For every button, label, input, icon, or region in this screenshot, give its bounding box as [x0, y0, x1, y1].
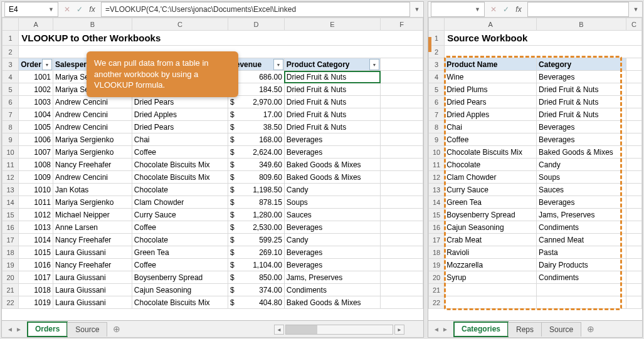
cell[interactable] — [381, 96, 423, 108]
row-header[interactable]: 22 — [429, 296, 445, 309]
cell-category[interactable]: Condiments — [537, 221, 626, 234]
cell-product[interactable]: Coffee — [132, 146, 228, 159]
cell-product[interactable]: Chocolate Biscuits Mix — [445, 146, 537, 159]
row-header[interactable]: 8 — [429, 121, 445, 133]
row-header[interactable]: 6 — [429, 96, 445, 108]
cell[interactable] — [381, 184, 423, 196]
row-header[interactable]: 16 — [429, 221, 445, 234]
cell[interactable] — [626, 221, 641, 234]
row-header[interactable]: 20 — [429, 271, 445, 284]
fx-icon[interactable]: fx — [513, 4, 524, 15]
cell-category[interactable]: Condiments — [284, 284, 380, 296]
col-header[interactable]: C — [626, 18, 641, 31]
cell[interactable] — [626, 271, 641, 284]
cell-category[interactable]: Beverages — [537, 71, 626, 83]
fx-icon[interactable]: fx — [87, 4, 98, 15]
cell-category[interactable]: Soups — [537, 171, 626, 184]
cell-product[interactable]: Coffee — [445, 133, 537, 146]
select-all-corner[interactable] — [429, 18, 445, 31]
cell-product[interactable]: Mozzarella — [445, 259, 537, 271]
row-header[interactable]: 19 — [3, 259, 19, 271]
cell[interactable] — [381, 271, 423, 284]
row-header[interactable]: 15 — [429, 209, 445, 221]
tab-nav[interactable]: ◄► — [6, 326, 23, 333]
cell-product[interactable]: Clam Chowder — [445, 171, 537, 184]
cell-category[interactable]: Condiments — [537, 271, 626, 284]
cell[interactable] — [381, 246, 423, 259]
row-header[interactable]: 17 — [3, 234, 19, 246]
table-header-order[interactable]: Order▼ — [19, 58, 53, 71]
cell-product[interactable]: Boysenberry Spread — [132, 271, 228, 284]
cell-product[interactable]: Cajun Seasoning — [445, 221, 537, 234]
cell-category[interactable]: Candy — [284, 184, 380, 196]
cell-salesperson[interactable]: Andrew Cencini — [53, 121, 132, 133]
row-header[interactable]: 3 — [3, 58, 19, 71]
cell-order[interactable]: 1016 — [19, 259, 53, 271]
col-header[interactable]: B — [53, 18, 132, 31]
cell[interactable] — [626, 71, 641, 83]
cell[interactable] — [626, 146, 641, 159]
cell[interactable] — [626, 83, 641, 96]
cell[interactable] — [445, 296, 537, 309]
cell-product[interactable]: Ravioli — [445, 246, 537, 259]
cell-product[interactable]: Syrup — [445, 271, 537, 284]
cell[interactable] — [381, 296, 423, 309]
row-header[interactable]: 2 — [429, 46, 445, 58]
row-header[interactable]: 18 — [429, 246, 445, 259]
cell-order[interactable]: 1006 — [19, 133, 53, 146]
row-header[interactable]: 12 — [429, 171, 445, 184]
cell-category[interactable]: Dried Fruit & Nuts — [284, 121, 380, 133]
row-header[interactable]: 20 — [3, 271, 19, 284]
cell-category[interactable]: Beverages — [284, 133, 380, 146]
cell[interactable] — [626, 171, 641, 184]
formula-dropdown-icon[interactable]: ▼ — [631, 6, 640, 13]
cell-revenue[interactable]: $850.00 — [228, 271, 285, 284]
cell-order[interactable]: 1014 — [19, 234, 53, 246]
cell[interactable] — [381, 83, 423, 96]
cell[interactable] — [381, 234, 423, 246]
cell-category[interactable]: Jams, Preserves — [537, 209, 626, 221]
cell-product[interactable]: Chai — [132, 133, 228, 146]
cell[interactable] — [381, 121, 423, 133]
row-header[interactable]: 9 — [3, 133, 19, 146]
cell[interactable] — [381, 159, 423, 171]
col-header[interactable]: C — [132, 18, 228, 31]
cell-product[interactable]: Chai — [445, 121, 537, 133]
row-header[interactable]: 14 — [429, 196, 445, 209]
cell[interactable] — [381, 71, 423, 83]
row-header[interactable]: 7 — [429, 108, 445, 121]
cell-product[interactable]: Green Tea — [445, 196, 537, 209]
cell-product[interactable]: Dried Apples — [445, 108, 537, 121]
add-sheet-button[interactable]: ⊕ — [107, 322, 127, 336]
grid-right[interactable]: A B C 1Source Workbook 2 3 Product Name … — [428, 18, 642, 320]
enter-formula-icon[interactable]: ✓ — [74, 4, 85, 15]
cell-category[interactable]: Baked Goods & Mixes — [284, 159, 380, 171]
cell-product[interactable]: Dried Pears — [132, 121, 228, 133]
cell-order[interactable]: 1012 — [19, 209, 53, 221]
cell-category[interactable]: Beverages — [284, 221, 380, 234]
cell-product[interactable]: Chocolate Biscuits Mix — [132, 159, 228, 171]
cell-revenue[interactable]: $168.00 — [228, 133, 285, 146]
cell-salesperson[interactable]: Anne Larsen — [53, 221, 132, 234]
cell-order[interactable]: 1002 — [19, 83, 53, 96]
cell[interactable] — [626, 121, 641, 133]
cell-salesperson[interactable]: Laura Giussani — [53, 284, 132, 296]
cell[interactable] — [626, 196, 641, 209]
cell[interactable] — [381, 196, 423, 209]
row-header[interactable]: 8 — [3, 121, 19, 133]
cell-revenue[interactable]: $269.10 — [228, 246, 285, 259]
cell-revenue[interactable]: $349.60 — [228, 159, 285, 171]
cell-product[interactable]: Chocolate Biscuits Mix — [132, 171, 228, 184]
cell-salesperson[interactable]: Laura Giussani — [53, 246, 132, 259]
cell[interactable] — [626, 259, 641, 271]
cell-order[interactable]: 1009 — [19, 171, 53, 184]
cell-product[interactable]: Curry Sauce — [132, 209, 228, 221]
cell-salesperson[interactable]: Mariya Sergienko — [53, 133, 132, 146]
cell-product[interactable]: Crab Meat — [445, 234, 537, 246]
select-all-corner[interactable] — [3, 18, 19, 31]
col-header[interactable]: A — [19, 18, 53, 31]
cell-salesperson[interactable]: Michael Neipper — [53, 209, 132, 221]
cell-salesperson[interactable]: Nancy Freehafer — [53, 159, 132, 171]
cell[interactable] — [626, 133, 641, 146]
formula-input[interactable]: =VLOOKUP(C4,'C:\Users\jonac\Documents\Ex… — [101, 2, 410, 17]
